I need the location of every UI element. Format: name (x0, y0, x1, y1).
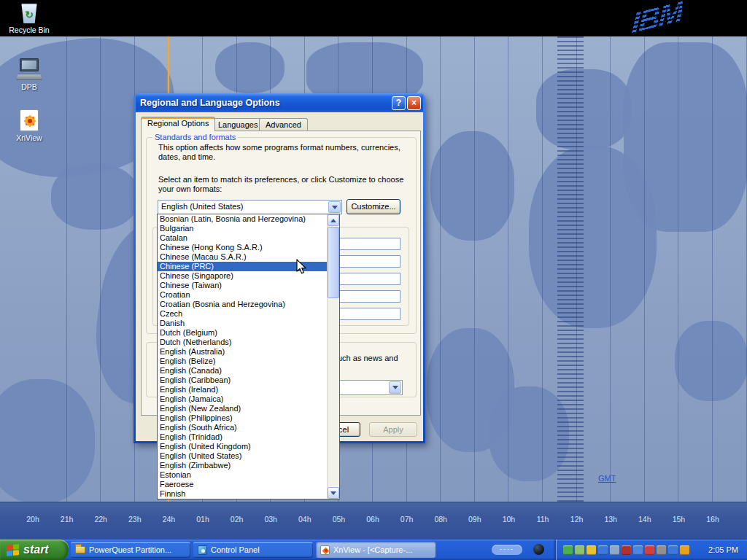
dialog-title: Regional and Language Options (140, 98, 390, 108)
tray-status-icon[interactable] (563, 545, 573, 555)
tray-status-icon[interactable] (622, 545, 631, 555)
timezone-hour-label: 06h (360, 515, 385, 524)
language-list-item[interactable]: Danish (158, 319, 327, 328)
xnview-icon (20, 109, 39, 131)
chevron-down-icon (392, 386, 398, 389)
help-button[interactable]: ? (392, 96, 406, 110)
timezone-hour-label: 23h (123, 515, 147, 524)
language-list-item[interactable]: Chinese (Hong Kong S.A.R.) (158, 243, 327, 252)
language-list-item[interactable]: English (Ireland) (158, 385, 327, 394)
taskbar-button-control-panel[interactable]: Control Panel (193, 542, 313, 558)
language-list-item[interactable]: Dutch (Netherlands) (158, 338, 327, 347)
language-list-item[interactable]: English (New Zealand) (158, 404, 327, 413)
taskbar-button-xnview[interactable]: XnView - [<Capture-... (316, 542, 436, 558)
tray-status-icon[interactable] (610, 545, 619, 555)
tab-regional-options[interactable]: Regional Options (141, 117, 215, 131)
timezone-hour-label: 11h (530, 515, 555, 524)
standards-description-line1: This option affects how some programs fo… (158, 143, 400, 152)
timezone-hour-label: 01h (190, 515, 215, 524)
taskbar-clock[interactable]: 2:05 PM (708, 545, 747, 554)
icon-label: XnView (6, 133, 53, 142)
tray-icons (563, 545, 692, 555)
ibm-logo: IBM (630, 0, 683, 42)
apply-button[interactable]: Apply (369, 422, 417, 437)
recycle-glyph: ↻ (25, 9, 34, 20)
timezone-hour-label: 09h (462, 515, 487, 524)
language-list-item[interactable]: English (United States) (158, 451, 327, 461)
language-list-item[interactable]: Croatian (Bosnia and Herzegovina) (158, 300, 327, 309)
tray-status-icon[interactable] (657, 545, 666, 555)
language-dropdown-list: Bosnian (Latin, Bosnia and Herzegovina)B… (157, 214, 340, 499)
scroll-down-button[interactable] (328, 487, 339, 499)
tray-status-icon[interactable] (680, 545, 689, 555)
language-list-item[interactable]: English (Philippines) (158, 413, 327, 423)
list-scrollbar[interactable] (327, 214, 339, 499)
timezone-hour-label: 22h (88, 515, 113, 524)
arrow-up-icon (330, 219, 336, 222)
language-list-item[interactable]: English (Trinidad) (158, 432, 327, 442)
taskbar-button-powerquest[interactable]: PowerQuest Partition... (71, 542, 190, 558)
combobox-dropdown-arrow[interactable] (389, 381, 401, 394)
timezone-hour-label: 21h (55, 515, 80, 524)
language-list-item[interactable]: English (Caribbean) (158, 376, 327, 385)
timezone-hour-label: 15h (666, 515, 691, 524)
language-list-item[interactable]: Bulgarian (158, 224, 327, 233)
icon-label: DPB (6, 82, 53, 91)
taskbar-dark-icon[interactable] (533, 544, 544, 555)
folder-icon (75, 546, 85, 553)
tray-status-icon[interactable] (645, 545, 654, 555)
language-list-item[interactable]: Faeroese (158, 480, 327, 489)
language-list-item[interactable]: Dutch (Belgium) (158, 328, 327, 338)
tray-status-icon[interactable] (587, 545, 596, 555)
language-list-item[interactable]: Chinese (Taiwan) (158, 281, 327, 290)
language-combobox[interactable]: English (United States) (158, 200, 342, 214)
language-list-item[interactable]: English (Zimbabwe) (158, 461, 327, 470)
control-panel-icon (198, 545, 207, 555)
tray-status-icon[interactable] (633, 545, 643, 555)
language-list-item[interactable]: Bosnian (Latin, Bosnia and Herzegovina) (158, 214, 327, 224)
language-list-item[interactable]: Czech (158, 309, 327, 319)
location-text-fragment: uch as news and (338, 354, 398, 363)
task-label: Control Panel (211, 545, 260, 554)
standards-instruction-line1: Select an item to match its preferences,… (158, 175, 403, 184)
windows-flag-icon (7, 544, 19, 556)
desktop-icon-xnview[interactable]: XnView (6, 109, 53, 142)
language-list-item[interactable]: Estonian (158, 470, 327, 480)
close-button[interactable]: × (407, 96, 421, 110)
language-list-item[interactable]: English (United Kingdom) (158, 442, 327, 451)
customize-button[interactable]: Customize... (347, 199, 400, 214)
timezone-hour-label: 12h (565, 515, 589, 524)
desktop-icon-recycle-bin[interactable]: ↻ Recycle Bin (6, 4, 53, 34)
taskbar: start PowerQuest Partition... Control Pa… (0, 540, 747, 560)
arrow-down-icon (330, 491, 336, 495)
timezone-hour-label: 10h (496, 515, 521, 524)
top-bar: ↻ Recycle Bin IBM (0, 0, 747, 36)
tab-advanced[interactable]: Advanced (259, 118, 308, 131)
language-list-item[interactable]: English (Australia) (158, 347, 327, 357)
language-list-item[interactable]: English (Canada) (158, 366, 327, 376)
language-list-items: Bosnian (Latin, Bosnia and Herzegovina)B… (158, 214, 327, 499)
mouse-cursor (296, 259, 306, 275)
language-list-item[interactable]: English (Jamaica) (158, 394, 327, 404)
language-list-item[interactable]: English (South Africa) (158, 423, 327, 432)
tray-status-icon[interactable] (598, 545, 608, 555)
tray-status-icon[interactable] (575, 545, 584, 555)
taskbar-mini-toolbar[interactable]: ---- (492, 545, 522, 555)
timezone-hour-label: 24h (156, 515, 181, 524)
group-legend: Standards and formats (152, 133, 238, 141)
language-list-item[interactable]: English (Belize) (158, 357, 327, 366)
scrollbar-thumb[interactable] (328, 227, 339, 298)
language-list-item[interactable]: Finnish (158, 489, 327, 499)
start-button[interactable]: start (0, 540, 69, 560)
desktop-icon-dpb[interactable]: DPB (6, 58, 53, 91)
tray-status-icon[interactable] (668, 545, 678, 555)
tab-languages[interactable]: Languages (212, 118, 264, 131)
gmt-hatch-band (557, 36, 584, 502)
timezone-hour-label: 07h (395, 515, 419, 524)
scroll-up-button[interactable] (328, 214, 339, 226)
language-list-item[interactable]: Catalan (158, 233, 327, 243)
combobox-dropdown-arrow[interactable] (328, 201, 341, 213)
task-label: PowerQuest Partition... (89, 545, 171, 554)
dialog-titlebar[interactable]: Regional and Language Options ? × (136, 93, 423, 112)
language-list-item[interactable]: Croatian (158, 290, 327, 300)
